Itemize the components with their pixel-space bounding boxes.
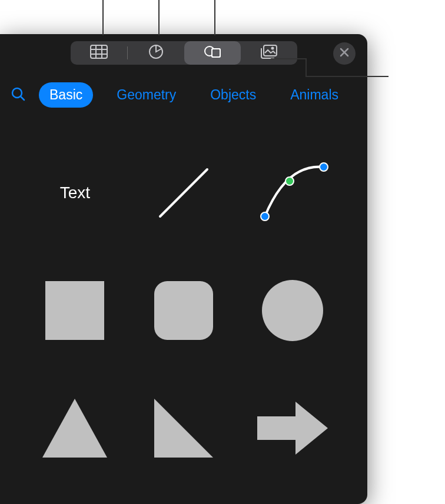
shape-right-triangle[interactable] [132, 384, 235, 472]
right-triangle-icon [154, 399, 213, 458]
insert-type-segmented-control [71, 41, 297, 65]
svg-rect-22 [45, 281, 104, 340]
circle-icon [262, 280, 323, 341]
category-tab-objects[interactable]: Objects [200, 82, 267, 108]
shapes-segment[interactable] [184, 41, 241, 65]
arrow-right-icon [257, 402, 328, 455]
close-icon [340, 48, 349, 59]
square-icon [45, 281, 104, 340]
shape-arrow-right[interactable] [241, 384, 344, 472]
shape-triangle[interactable] [24, 384, 127, 472]
shapes-icon [204, 44, 221, 62]
svg-rect-3 [91, 45, 107, 58]
svg-rect-23 [154, 281, 213, 340]
svg-marker-27 [257, 402, 328, 455]
shape-circle[interactable] [241, 266, 344, 355]
chart-segment[interactable] [128, 41, 184, 65]
shape-rounded-square[interactable] [132, 266, 235, 355]
line-icon [151, 161, 216, 225]
svg-marker-25 [42, 399, 107, 458]
shapes-grid: Text [0, 108, 367, 490]
table-icon [90, 45, 108, 61]
search-icon[interactable] [11, 86, 26, 104]
svg-point-24 [262, 280, 323, 341]
shape-square[interactable] [24, 266, 127, 355]
svg-point-13 [271, 48, 273, 49]
shape-line[interactable] [132, 149, 235, 237]
media-segment[interactable] [241, 41, 297, 65]
close-button[interactable] [333, 42, 356, 65]
category-row: Basic Geometry Objects Animals Nat [0, 65, 367, 108]
category-tab-geometry[interactable]: Geometry [106, 82, 187, 108]
category-tab-nature[interactable]: Nat [362, 82, 367, 108]
svg-line-17 [21, 96, 24, 100]
curve-pen-icon [254, 158, 331, 228]
category-tab-animals[interactable]: Animals [280, 82, 349, 108]
category-tab-basic[interactable]: Basic [39, 82, 93, 108]
shape-text[interactable]: Text [24, 149, 127, 237]
triangle-icon [42, 399, 107, 458]
rounded-square-icon [154, 281, 213, 340]
shape-pen-curve[interactable] [241, 149, 344, 237]
svg-rect-12 [264, 45, 277, 56]
insert-panel: Basic Geometry Objects Animals Nat Text [0, 34, 367, 504]
svg-point-21 [285, 177, 294, 185]
text-shape-label: Text [60, 183, 90, 202]
media-icon [260, 45, 278, 61]
toolbar [0, 34, 367, 65]
svg-point-19 [261, 212, 269, 221]
chart-icon [148, 44, 164, 62]
table-segment[interactable] [71, 41, 127, 65]
svg-line-18 [160, 169, 207, 216]
svg-rect-10 [212, 49, 220, 57]
svg-point-20 [320, 163, 328, 171]
svg-marker-26 [154, 399, 213, 458]
